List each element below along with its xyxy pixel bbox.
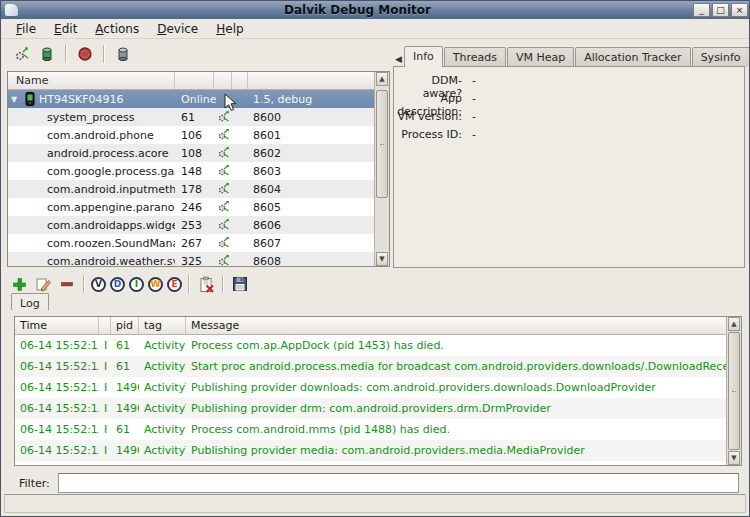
process-row[interactable]: com.android.phone1068601 [8,126,374,144]
debug-status-icon [216,146,230,160]
tree-column-name[interactable]: Name [8,72,175,89]
log-cell-tag: ActivityManager [139,339,186,352]
tab-vm-heap[interactable]: VM Heap [507,47,574,67]
log-column-tag[interactable]: tag [139,317,186,334]
scroll-down-icon[interactable]: ▼ [728,451,740,465]
tree-column-port[interactable] [248,72,374,89]
menu-help[interactable]: Help [207,20,252,38]
log-column-Time[interactable]: Time [15,317,99,334]
log-level-e-button[interactable]: E [167,277,182,292]
log-row[interactable]: 06-14 15:52:12.I61ActivityManagerProcess… [15,419,726,440]
menu-bar: FileEditActionsDeviceHelp [1,19,749,39]
log-level-w-button[interactable]: W [148,277,163,292]
scroll-down-icon[interactable]: ▼ [376,252,388,266]
right-tab-bar: ◀ InfoThreadsVM HeapAllocation TrackerSy… [393,46,745,67]
toolbar-separator [65,45,67,63]
process-name: com.google.process.gapps [8,165,175,178]
process-row[interactable]: com.google.process.gapps1488603 [8,162,374,180]
log-cell-time: 06-14 15:52:11. [15,339,99,352]
expander-icon[interactable]: ▼ [11,95,21,104]
tab-info[interactable]: Info [404,46,443,67]
device-row[interactable]: ▼HT94SKF04916Online1.5, debug [8,90,374,108]
process-name: com.roozen.SoundManager [8,237,175,250]
log-cell-tag: ActivityThread [139,444,186,457]
toolbar-separator [188,275,190,293]
process-row[interactable]: android.process.acore1088602 [8,144,374,162]
log-cell-message: Process com.ap.AppDock (pid 1453) has di… [186,339,726,352]
toolbar-separator [222,275,224,293]
debug-status-icon [216,128,230,142]
debug-process-button[interactable] [9,43,33,65]
log-cell-pid: 1496 [111,402,139,415]
process-row[interactable]: system_process618600 [8,108,374,126]
save-log-button[interactable] [228,273,252,295]
log-scrollbar[interactable]: ▲ ▼ [726,317,741,465]
log-cell-message: Publishing provider media: com.android.p… [186,444,726,457]
clipboard-clear-icon [198,276,215,293]
delete-filter-button[interactable] [55,273,79,295]
process-row[interactable]: com.appengine.paranoid_android2468605 [8,198,374,216]
log-row[interactable]: 06-14 15:52:11.I61ActivityManagerProcess… [15,335,726,356]
process-row[interactable]: com.android.inputmethod.latin1788604 [8,180,374,198]
menu-file[interactable]: File [7,20,45,38]
menu-edit[interactable]: Edit [45,20,86,38]
tree-scrollbar[interactable]: ▲ ▼ [374,72,389,266]
process-name: com.androidapps.widget.battery [8,219,175,232]
process-row[interactable]: com.roozen.SoundManager2678607 [8,234,374,252]
process-row[interactable]: com.androidapps.widget.battery2538606 [8,216,374,234]
info-field-value: - [462,110,476,123]
log-cell-level: I [99,423,111,436]
log-table-header: TimepidtagMessage [15,317,726,335]
tree-column-state[interactable] [175,72,214,89]
tab-threads[interactable]: Threads [444,47,506,67]
tab-sysinfo[interactable]: Sysinfo [692,47,750,67]
tree-scrollbar-thumb[interactable] [376,90,388,198]
log-level-i-button[interactable]: I [129,277,144,292]
process-row[interactable]: com.android.weather.sync3258608 [8,252,374,266]
stop-process-button[interactable] [73,43,97,65]
log-row[interactable]: 06-14 15:52:12.I1496ActivityThreadPublis… [15,440,726,461]
process-name: com.appengine.paranoid_android [8,201,175,214]
log-level-d-button[interactable]: D [110,277,125,292]
edit-filter-button[interactable] [31,273,55,295]
process-port: 8607 [248,237,374,250]
log-column-Message[interactable]: Message [186,317,726,334]
log-column-level[interactable] [99,317,111,334]
debug-status-icon [216,182,230,196]
status-bar [4,494,746,513]
update-heap-button[interactable] [35,43,59,65]
close-button[interactable]: × [731,3,748,17]
tree-column-debug[interactable] [214,72,232,89]
tab-allocation-tracker[interactable]: Allocation Tracker [575,47,690,67]
log-column-pid[interactable]: pid [111,317,139,334]
log-row[interactable]: 06-14 15:52:12.I1496ActivityThreadPublis… [15,377,726,398]
scroll-up-icon[interactable]: ▲ [376,72,388,86]
log-row[interactable]: 06-14 15:52:12.I1496ActivityThreadPublis… [15,398,726,419]
app-icon [5,4,18,16]
log-level-v-button[interactable]: V [91,277,106,292]
minimize-button[interactable]: _ [693,3,710,17]
window-title: Dalvik Debug Monitor [22,3,693,17]
log-scrollbar-thumb[interactable] [728,332,740,450]
process-port: 8605 [248,201,374,214]
process-name: android.process.acore [8,147,175,160]
maximize-button[interactable]: □ [712,3,729,17]
log-cell-message: Publishing provider downloads: com.andro… [186,381,726,394]
log-cell-time: 06-14 15:52:12. [15,444,99,457]
filter-input[interactable] [58,473,739,493]
menu-device[interactable]: Device [148,20,207,38]
update-threads-button[interactable] [111,43,135,65]
clear-log-button[interactable] [194,273,218,295]
scroll-up-icon[interactable]: ▲ [728,317,740,331]
log-cell-time: 06-14 15:52:12. [15,423,99,436]
menu-actions[interactable]: Actions [86,20,148,38]
process-port: 8603 [248,165,374,178]
filter-row: Filter: [5,472,747,494]
tree-column-blank[interactable] [232,72,248,89]
process-port: 8604 [248,183,374,196]
log-row[interactable]: 06-14 15:52:12.I61ActivityManagerStart p… [15,356,726,377]
log-tab[interactable]: Log [11,293,49,310]
add-filter-button[interactable] [7,273,31,295]
log-cell-message: Start proc android.process.media for bro… [186,360,726,373]
process-pid: 178 [175,183,214,196]
